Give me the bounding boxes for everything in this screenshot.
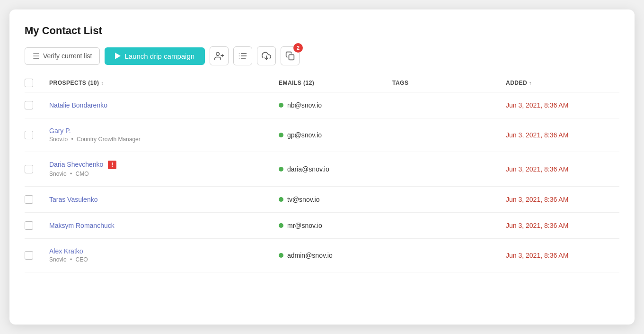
emails-column-header: EMAILS (12) xyxy=(279,79,392,87)
prospects-column-header[interactable]: PROSPECTS (10) ↕ xyxy=(49,79,279,87)
row-checkbox-cell xyxy=(25,221,49,230)
email-status-dot xyxy=(279,223,283,228)
tags-column-header: TAGS xyxy=(392,79,506,87)
filter-button[interactable] xyxy=(233,46,252,65)
prospect-name[interactable]: Daria Shevchenko ! xyxy=(49,161,279,169)
table-row: Daria Shevchenko ! Snovio • CMO daria@sn… xyxy=(25,152,619,187)
prospect-name[interactable]: Taras Vasulenko xyxy=(49,196,279,203)
table-row: Alex Kratko Snovio • CEO admin@snov.io J… xyxy=(25,239,619,272)
row-2-checkbox[interactable] xyxy=(25,131,33,139)
add-person-icon xyxy=(214,51,224,61)
main-window: My Contact List ☰ Verify current list La… xyxy=(9,9,635,325)
select-all-checkbox[interactable] xyxy=(25,79,33,87)
svg-rect-10 xyxy=(289,55,294,60)
email-status-dot xyxy=(279,197,283,202)
table-row: Gary P. Snov.io • Country Growth Manager… xyxy=(25,118,619,152)
prospect-cell: Daria Shevchenko ! Snovio • CMO xyxy=(49,161,279,178)
email-value: tv@snov.io xyxy=(287,196,319,203)
table-row: Taras Vasulenko tv@snov.io Jun 3, 2021, … xyxy=(25,187,619,213)
warning-icon: ! xyxy=(108,161,116,169)
row-3-checkbox[interactable] xyxy=(25,165,33,173)
email-value: nb@snov.io xyxy=(287,101,322,109)
row-4-checkbox[interactable] xyxy=(25,195,33,204)
row-checkbox-cell xyxy=(25,251,49,260)
copy-badge: 2 xyxy=(293,43,303,53)
download-icon xyxy=(262,51,271,61)
toolbar: ☰ Verify current list Launch drip campai… xyxy=(25,46,619,65)
prospect-sub: Snov.io • Country Growth Manager xyxy=(49,136,141,143)
table-row: Natalie Bondarenko nb@snov.io Jun 3, 202… xyxy=(25,92,619,118)
email-status-dot xyxy=(279,167,283,172)
copy-button[interactable]: 2 xyxy=(281,46,300,65)
email-cell: nb@snov.io xyxy=(279,101,392,109)
email-value: gp@snov.io xyxy=(287,131,322,139)
row-1-checkbox[interactable] xyxy=(25,101,33,109)
added-cell: Jun 3, 2021, 8:36 AM xyxy=(506,131,619,139)
row-6-checkbox[interactable] xyxy=(25,251,33,260)
added-cell: Jun 3, 2021, 8:36 AM xyxy=(506,165,619,173)
added-cell: Jun 3, 2021, 8:36 AM xyxy=(506,252,619,259)
prospect-cell: Natalie Bondarenko xyxy=(49,101,279,109)
email-value: admin@snov.io xyxy=(287,252,333,259)
prospects-sort-arrow: ↕ xyxy=(101,81,103,86)
svg-point-0 xyxy=(216,53,220,56)
prospect-cell: Maksym Romanchuck xyxy=(49,222,279,229)
prospect-sub: Snovio • CEO xyxy=(49,256,88,263)
added-cell: Jun 3, 2021, 8:36 AM xyxy=(506,196,619,203)
table-row: Maksym Romanchuck mr@snov.io Jun 3, 2021… xyxy=(25,213,619,239)
prospect-name[interactable]: Maksym Romanchuck xyxy=(49,222,279,229)
header-checkbox-cell xyxy=(25,79,49,87)
row-5-checkbox[interactable] xyxy=(25,221,33,230)
added-sort-arrow: ↑ xyxy=(529,81,531,86)
email-cell: admin@snov.io xyxy=(279,252,392,259)
launch-drip-campaign-button[interactable]: Launch drip campaign xyxy=(105,47,205,65)
email-status-dot xyxy=(279,253,283,258)
prospect-name[interactable]: Alex Kratko xyxy=(49,247,279,255)
copy-icon xyxy=(285,51,295,61)
email-value: daria@snov.io xyxy=(287,165,329,173)
added-cell: Jun 3, 2021, 8:36 AM xyxy=(506,101,619,109)
row-checkbox-cell xyxy=(25,165,49,173)
email-cell: gp@snov.io xyxy=(279,131,392,139)
verify-current-list-button[interactable]: ☰ Verify current list xyxy=(25,47,100,65)
email-status-dot xyxy=(279,103,283,108)
email-cell: daria@snov.io xyxy=(279,165,392,173)
added-column-header[interactable]: ADDED ↑ xyxy=(506,79,619,87)
email-cell: tv@snov.io xyxy=(279,196,392,203)
launch-label: Launch drip campaign xyxy=(124,52,194,60)
list-icon: ☰ xyxy=(33,52,39,61)
row-checkbox-cell xyxy=(25,131,49,139)
contacts-table: PROSPECTS (10) ↕ EMAILS (12) TAGS ADDED … xyxy=(25,79,619,272)
added-cell: Jun 3, 2021, 8:36 AM xyxy=(506,222,619,229)
prospect-name[interactable]: Natalie Bondarenko xyxy=(49,101,279,109)
add-prospect-button[interactable] xyxy=(210,46,229,65)
prospect-sub: Snovio • CMO xyxy=(49,171,89,177)
filter-icon xyxy=(238,51,247,61)
email-value: mr@snov.io xyxy=(287,222,322,229)
prospect-cell: Gary P. Snov.io • Country Growth Manager xyxy=(49,127,279,143)
prospect-cell: Taras Vasulenko xyxy=(49,196,279,203)
prospect-cell: Alex Kratko Snovio • CEO xyxy=(49,247,279,263)
verify-label: Verify current list xyxy=(43,52,92,60)
export-button[interactable] xyxy=(257,46,276,65)
row-checkbox-cell xyxy=(25,101,49,109)
prospect-name[interactable]: Gary P. xyxy=(49,127,279,135)
page-title: My Contact List xyxy=(25,25,619,37)
email-status-dot xyxy=(279,133,283,137)
play-icon xyxy=(115,53,121,59)
table-header: PROSPECTS (10) ↕ EMAILS (12) TAGS ADDED … xyxy=(25,79,619,92)
email-cell: mr@snov.io xyxy=(279,222,392,229)
row-checkbox-cell xyxy=(25,195,49,204)
